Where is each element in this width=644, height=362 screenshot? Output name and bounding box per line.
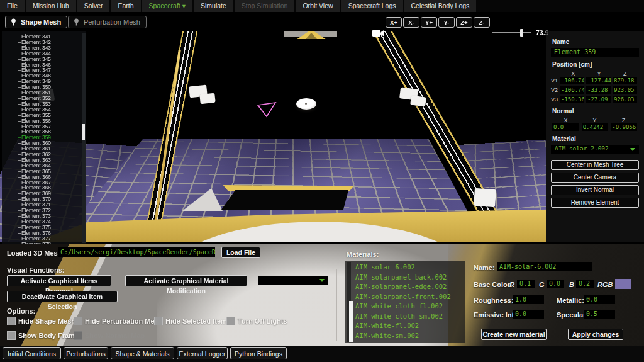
deactivate-item-selection-button[interactable]: Deactivate Graphical Item Selection: [7, 291, 118, 302]
tab-initial-conditions[interactable]: Initial Conditions: [3, 347, 61, 359]
axis-button-xminus[interactable]: X-: [403, 17, 419, 28]
material-item-aim-white-fl-002[interactable]: AIM-white-fl.002: [355, 321, 465, 331]
perturbation-mesh-button[interactable]: Perturbation Mesh: [68, 16, 147, 28]
material-name-field[interactable]: AIM-solar-6.002: [497, 262, 592, 271]
tree-item-element-371[interactable]: Element 371: [18, 202, 81, 208]
apply-changes-button[interactable]: Apply changes: [568, 329, 623, 340]
checkbox-show-body-frame[interactable]: Show Body Frame: [7, 331, 79, 340]
menu-item-file[interactable]: File: [0, 0, 25, 12]
material-item-aim-solarpanel-back-002[interactable]: AIM-solarpanel-back.002: [355, 273, 465, 283]
tree-scrollbar-thumb[interactable]: [82, 124, 85, 140]
position-v2-y-field[interactable]: -33.28: [586, 86, 611, 94]
activate-material-modification-button[interactable]: Activate Graphical Material Modification: [125, 275, 247, 286]
tree-item-element-360[interactable]: Element 360: [18, 140, 81, 146]
checkbox-box[interactable]: [154, 317, 163, 325]
tree-item-element-368[interactable]: Element 368: [18, 185, 81, 191]
menu-item-spacecraft[interactable]: Spacecraft ▾: [142, 0, 192, 12]
menu-item-orbit-view[interactable]: Orbit View: [296, 0, 340, 12]
menu-item-mission-hub[interactable]: Mission Hub: [26, 0, 76, 12]
shape-mesh-button[interactable]: Shape Mesh: [5, 16, 67, 28]
menu-item-solver[interactable]: Solver: [77, 0, 110, 12]
mesh-path-field[interactable]: C:/Users/sergi/Desktop/SpaceRender/Space…: [58, 247, 215, 257]
tree-item-element-344[interactable]: Element 344: [18, 51, 81, 57]
axis-button-yminus[interactable]: Y-: [438, 17, 455, 28]
material-item-aim-white-cloth-sm-002[interactable]: AIM-white-cloth-sm.002: [355, 312, 465, 322]
tree-item-element-363[interactable]: Element 363: [18, 157, 81, 163]
material-item-aim-solar-6-002[interactable]: AIM-solar-6.002: [355, 263, 465, 273]
normal-x-field[interactable]: 0.0: [552, 123, 579, 131]
material-item-aim-white-sm-002[interactable]: AIM-white-sm.002: [355, 331, 465, 341]
menu-item-simulate[interactable]: Simulate: [194, 0, 233, 12]
axis-button-yplus[interactable]: Y+: [421, 17, 437, 28]
axis-button-xplus[interactable]: X+: [386, 17, 402, 28]
menu-item-earth[interactable]: Earth: [111, 0, 140, 12]
axis-button-zminus[interactable]: Z-: [474, 17, 490, 28]
checkbox-turn-off-lights[interactable]: Turn Off Lights: [226, 317, 287, 325]
tab-python-bindings[interactable]: Python Bindings: [230, 347, 287, 359]
tree-item-element-355[interactable]: Element 355: [18, 113, 81, 118]
zoom-slider-track[interactable]: [492, 32, 531, 33]
normal-y-field[interactable]: 0.4242: [582, 123, 608, 131]
checkbox-hide-shape-mesh[interactable]: Hide Shape Mesh: [7, 317, 75, 325]
center-camera-button[interactable]: Center Camera: [551, 173, 639, 183]
position-v3-x-field[interactable]: -150.36: [560, 96, 584, 103]
roughness-field[interactable]: 1.0: [513, 295, 544, 304]
tree-item-element-342[interactable]: Element 342: [18, 40, 81, 45]
tree-item-element-348[interactable]: Element 348: [18, 73, 81, 79]
menu-item-celestial-body-logs[interactable]: Celestial Body Logs: [404, 0, 477, 12]
menu-item-spacecraft-logs[interactable]: Spacecraft Logs: [341, 0, 403, 12]
g-field[interactable]: 0.0: [547, 280, 564, 288]
position-v3-z-field[interactable]: 926.03: [613, 96, 637, 103]
materials-scrollbar-thumb[interactable]: [349, 301, 353, 342]
checkbox-box[interactable]: [7, 317, 16, 325]
tree-item-element-351[interactable]: Element 351: [18, 90, 81, 96]
tree-item-element-350[interactable]: Element 350: [18, 84, 81, 90]
tree-item-element-365[interactable]: Element 365: [18, 169, 81, 174]
tree-item-element-357[interactable]: Element 357: [18, 124, 81, 130]
position-v3-y-field[interactable]: -27.09: [586, 96, 611, 103]
b-field[interactable]: 0.2: [576, 280, 594, 288]
r-field[interactable]: 0.1: [517, 280, 535, 288]
tree-item-element-358[interactable]: Element 358: [18, 129, 81, 135]
tree-item-element-361[interactable]: Element 361: [18, 146, 81, 152]
tree-item-element-366[interactable]: Element 366: [18, 174, 81, 180]
checkbox-hide-selected-items[interactable]: Hide Selected Items: [154, 317, 231, 325]
material-item-aim-solarpanel-front-002[interactable]: AIM-solarpanel-front.002: [355, 292, 465, 302]
tree-item-element-347[interactable]: Element 347: [18, 67, 81, 73]
tree-item-element-359[interactable]: Element 359: [18, 135, 81, 140]
tree-item-element-343[interactable]: Element 343: [18, 45, 81, 51]
checkbox-box[interactable]: [7, 331, 16, 340]
specular-field[interactable]: 0.5: [584, 310, 615, 319]
load-file-button[interactable]: Load File: [221, 247, 260, 258]
tree-item-element-370[interactable]: Element 370: [18, 196, 81, 202]
position-v1-y-field[interactable]: -127.44: [586, 77, 611, 84]
tree-item-element-375[interactable]: Element 375: [18, 225, 81, 230]
zoom-slider-handle[interactable]: [520, 29, 523, 37]
position-v1-x-field[interactable]: -106.74: [560, 77, 584, 84]
tab-external-logger[interactable]: External Logger: [177, 347, 228, 359]
position-v2-z-field[interactable]: 923.05: [613, 86, 637, 94]
tree-item-element-356[interactable]: Element 356: [18, 118, 81, 124]
tree-item-element-377[interactable]: Element 377: [18, 236, 81, 242]
metallic-field[interactable]: 0.0: [584, 295, 615, 304]
emissive-field[interactable]: 0.0: [513, 310, 544, 319]
center-in-mesh-tree-button[interactable]: Center in Mesh Tree: [551, 160, 639, 170]
rgb-color-swatch[interactable]: [615, 279, 631, 289]
position-v1-z-field[interactable]: 879.18: [613, 77, 637, 84]
materials-scrollbar[interactable]: [347, 262, 351, 342]
tree-item-element-341[interactable]: Element 341: [18, 34, 81, 40]
tree-item-element-349[interactable]: Element 349: [18, 79, 81, 84]
axis-button-zplus[interactable]: Z+: [456, 17, 472, 28]
tab-shape-materials[interactable]: Shape & Materials: [111, 347, 174, 359]
checkbox-box[interactable]: [226, 317, 235, 325]
tree-item-element-346[interactable]: Element 346: [18, 62, 81, 68]
remove-element-button[interactable]: Remove Element: [551, 198, 639, 208]
tree-item-element-353[interactable]: Element 353: [18, 101, 81, 107]
tree-item-element-354[interactable]: Element 354: [18, 107, 81, 113]
tree-item-element-352[interactable]: Element 352: [18, 96, 81, 101]
material-select-dropdown[interactable]: [258, 276, 328, 285]
material-item-aim-white-cloth-fl-002[interactable]: AIM-white-cloth-fl.002: [355, 302, 465, 312]
element-name-field[interactable]: Element 359: [551, 48, 639, 57]
tree-item-element-369[interactable]: Element 369: [18, 191, 81, 196]
tree-item-element-345[interactable]: Element 345: [18, 57, 81, 62]
